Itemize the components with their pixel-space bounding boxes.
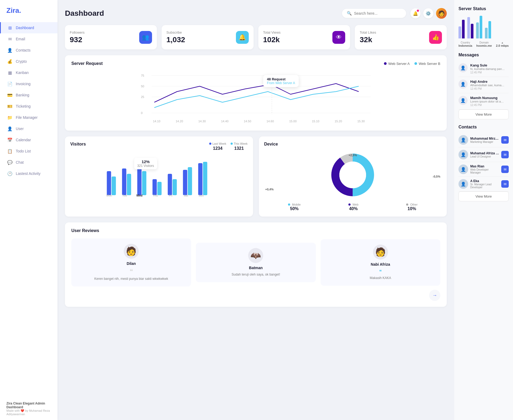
- sidebar-label-calendar: Calendar: [16, 138, 31, 142]
- right-panel: Server Status Country Indon: [454, 0, 513, 420]
- sbar: [488, 21, 491, 38]
- search-bar[interactable]: 🔍: [342, 9, 406, 18]
- sidebar-label-dashboard: Dashboard: [16, 26, 34, 30]
- svg-text:15.10: 15.10: [312, 120, 320, 123]
- sidebar-item-calendar[interactable]: 📅 Calendar: [0, 134, 57, 146]
- messages-view-more[interactable]: View More: [458, 109, 509, 119]
- contact-mail-1[interactable]: ✉: [501, 151, 509, 158]
- review-name-3: Nabi Afriza: [326, 262, 435, 266]
- user-avatar[interactable]: 🧑: [436, 8, 447, 19]
- contact-mail-3[interactable]: ✉: [501, 180, 509, 188]
- svg-rect-27: [157, 182, 162, 195]
- contact-mail-0[interactable]: ✉: [501, 136, 509, 144]
- sbar: [480, 16, 482, 38]
- legend-server-a: Web Server A: [384, 62, 410, 66]
- sidebar-item-dashboard[interactable]: ⊞ Dashboard: [0, 22, 57, 33]
- review-quote-1: ❝: [77, 268, 186, 275]
- contacts-view-more[interactable]: View More: [458, 191, 509, 201]
- sidebar-label-kanban: Kanban: [16, 70, 29, 75]
- sidebar-item-todo[interactable]: 📋 Todo List: [0, 146, 57, 157]
- stat-card-2: Total Views 102k 👁: [258, 25, 350, 49]
- stat-card-0: Followers 932 👥: [65, 25, 157, 49]
- device-card: Device +2,5% -0,5% +0,4%: [259, 136, 447, 217]
- sidebar-item-ticketing[interactable]: 🎫 Ticketing: [0, 101, 57, 112]
- sidebar-item-crypto[interactable]: 💰 Crypto: [0, 56, 57, 67]
- sbar: [467, 17, 470, 38]
- legend-label-a: Web Server A: [388, 62, 410, 66]
- message-item-1[interactable]: 👤 Haji Andre Alhamdulilah sae, kumaha pa…: [458, 77, 509, 93]
- sidebar-label-user: User: [16, 127, 24, 131]
- notification-dot: [417, 10, 419, 12]
- donut-label-top: +2,5%: [349, 154, 357, 157]
- sidebar-item-email[interactable]: ✉ Email: [0, 33, 57, 45]
- sidebar-item-user[interactable]: 👤 User: [0, 123, 57, 134]
- sidebar-label-chat: Chat: [16, 160, 24, 164]
- visitors-card: Visitors Last Week 1234 This Week 1321 1…: [65, 136, 253, 217]
- sidebar-item-contacts[interactable]: 👤 Contacts: [0, 45, 57, 56]
- server-info: Country Indonesia Domain hoomix.me ▲ 2.0…: [458, 41, 509, 47]
- server-info-domain: Domain hoomix.me: [476, 41, 492, 47]
- msg-avatar-1: 👤: [458, 80, 468, 89]
- sidebar-label-email: Email: [16, 37, 25, 41]
- chat-icon: 💬: [7, 160, 13, 165]
- stats-grid: Followers 932 👥 Subscribe 1,032 🔔 Total …: [65, 25, 447, 49]
- stat-label-1: Subscribe: [166, 30, 185, 34]
- main-content: Dashboard 🔍 🔔 ⚙️ 🧑 Followers 932 👥 Subsc…: [57, 0, 454, 420]
- msg-avatar-2: 👤: [458, 96, 468, 105]
- contact-avatar-0: 👤: [458, 135, 468, 145]
- message-item-2[interactable]: 👤 Mamih Nunuung Lorem ipsum dolor sit am…: [458, 93, 509, 109]
- server-request-section: Server Request Web Server A Web Server B…: [65, 55, 447, 131]
- svg-point-43: [339, 162, 366, 188]
- server-request-title: Server Request: [71, 61, 103, 66]
- contact-role-1: Lead UI Designer: [470, 155, 499, 158]
- contact-mail-2[interactable]: ✉: [501, 166, 509, 173]
- svg-text:25: 25: [141, 95, 144, 99]
- server-bar-group-1: [458, 20, 465, 38]
- msg-name-2: Mamih Nunuung: [470, 96, 505, 100]
- country-label: Country: [458, 41, 472, 44]
- sidebar-item-banking[interactable]: 💳 Banking: [0, 89, 57, 101]
- legend-this-week: This Week 1321: [231, 142, 248, 151]
- sidebar-label-latest-activity: Lastest Activity: [16, 171, 41, 176]
- line-chart-wrap: 48 Request From Web Server A 75 50 25 0 …: [71, 70, 440, 125]
- dashboard-icon: ⊞: [7, 25, 13, 30]
- legend-mobile: Mobile 50%: [288, 203, 301, 211]
- ticketing-icon: 🎫: [7, 104, 13, 109]
- server-bars: [458, 14, 509, 38]
- legend-last-week: Last Week 1234: [209, 142, 226, 151]
- stat-info-0: Followers 932: [70, 30, 85, 44]
- svg-rect-26: [153, 179, 157, 195]
- sidebar-item-invoicing[interactable]: 📄 Invoicing: [0, 78, 57, 89]
- legend-server-b: Web Server B: [414, 62, 440, 66]
- mbps-value: 2.0 mbps: [496, 44, 509, 47]
- sidebar-item-file-manager[interactable]: 📁 File Manager: [0, 112, 57, 123]
- notification-button[interactable]: 🔔: [410, 8, 421, 18]
- sbar: [462, 20, 465, 38]
- contacts-icon: 👤: [7, 48, 13, 53]
- svg-text:14.60: 14.60: [267, 120, 274, 123]
- msg-preview-0: hi, kumaha damang pangeran gar...: [470, 67, 505, 70]
- search-input[interactable]: [354, 11, 401, 15]
- sidebar-item-kanban[interactable]: ▦ Kanban: [0, 67, 57, 78]
- sidebar-label-contacts: Contacts: [16, 48, 30, 52]
- msg-name-1: Haji Andre: [470, 80, 505, 84]
- message-item-0[interactable]: 👤 Kang Sule hi, kumaha damang pangeran g…: [458, 61, 509, 77]
- line-chart-svg: 75 50 25 0 14.10 14.20 14.30 14.40 14.50…: [71, 70, 440, 124]
- settings-button[interactable]: ⚙️: [423, 8, 433, 18]
- stat-info-3: Total Likes 32k: [360, 30, 376, 44]
- svg-rect-29: [173, 179, 177, 195]
- calendar-icon: 📅: [7, 137, 13, 143]
- stat-label-3: Total Likes: [360, 30, 376, 34]
- stat-icon-2: 👁: [332, 31, 345, 44]
- msg-content-0: Kang Sule hi, kumaha damang pangeran gar…: [470, 63, 505, 74]
- sidebar-item-chat[interactable]: 💬 Chat: [0, 157, 57, 168]
- sidebar-label-todo: Todo List: [16, 149, 31, 153]
- legend-label-b: Web Server B: [419, 62, 440, 66]
- web-percent: 40%: [348, 206, 359, 211]
- reviews-next-button[interactable]: →: [429, 290, 440, 301]
- sidebar-label-crypto: Crypto: [16, 59, 27, 64]
- sidebar-item-latest-activity[interactable]: 🕐 Lastest Activity: [0, 168, 57, 179]
- svg-text:Sat: Sat: [184, 194, 188, 197]
- messages-section: Messages 👤 Kang Sule hi, kumaha damang p…: [458, 53, 509, 119]
- server-bar-group-4: [485, 21, 491, 38]
